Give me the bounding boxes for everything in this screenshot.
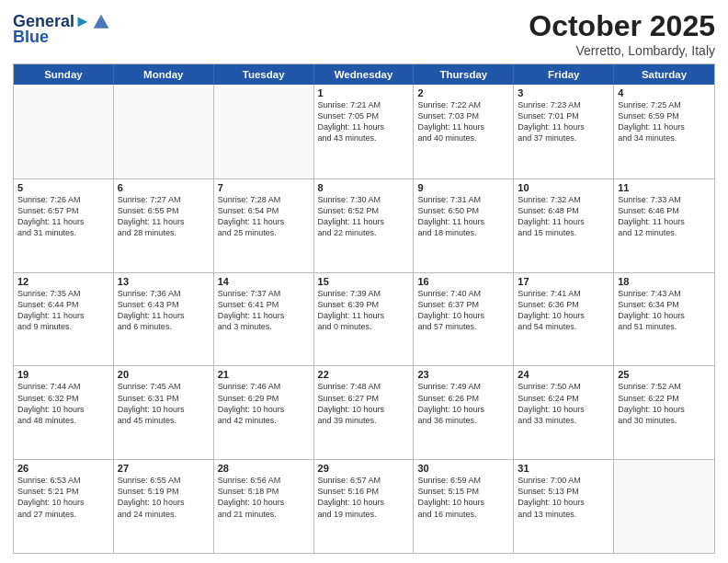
cell-line: Daylight: 11 hours xyxy=(318,121,410,132)
cell-line: Daylight: 11 hours xyxy=(17,216,109,227)
calendar-cell-1-3 xyxy=(214,85,314,178)
cell-line: and 15 minutes. xyxy=(518,227,609,238)
cell-line: Sunset: 6:52 PM xyxy=(318,205,410,216)
calendar-cell-4-2: 20Sunrise: 7:45 AMSunset: 6:31 PMDayligh… xyxy=(114,366,214,459)
cell-line: and 37 minutes. xyxy=(518,132,609,144)
cell-line: Sunset: 5:16 PM xyxy=(318,486,410,497)
calendar-cell-1-1 xyxy=(14,85,114,178)
cell-line: Daylight: 10 hours xyxy=(618,310,711,321)
cell-line: Sunset: 6:41 PM xyxy=(218,299,310,310)
cell-line: Sunrise: 6:59 AM xyxy=(417,475,509,486)
weekday-header-saturday: Saturday xyxy=(614,64,714,85)
cell-line: Sunrise: 7:31 AM xyxy=(417,194,509,205)
day-number: 8 xyxy=(318,182,410,193)
cell-line: Daylight: 10 hours xyxy=(218,404,310,415)
cell-line: Sunrise: 7:45 AM xyxy=(118,381,210,392)
cell-line: Sunrise: 7:23 AM xyxy=(518,99,609,110)
day-number: 6 xyxy=(118,182,210,193)
cell-line: Daylight: 11 hours xyxy=(417,216,509,227)
cell-line: and 19 minutes. xyxy=(318,509,410,520)
day-number: 10 xyxy=(518,182,609,193)
calendar-cell-4-7: 25Sunrise: 7:52 AMSunset: 6:22 PMDayligh… xyxy=(614,366,714,459)
svg-marker-0 xyxy=(94,15,109,29)
day-number: 30 xyxy=(417,463,509,474)
calendar-body: 1Sunrise: 7:21 AMSunset: 7:05 PMDaylight… xyxy=(14,85,714,553)
calendar-cell-2-2: 6Sunrise: 7:27 AMSunset: 6:55 PMDaylight… xyxy=(114,179,214,272)
calendar-cell-4-5: 23Sunrise: 7:49 AMSunset: 6:26 PMDayligh… xyxy=(414,366,514,459)
cell-line: and 27 minutes. xyxy=(17,509,109,520)
cell-line: and 54 minutes. xyxy=(518,321,609,332)
day-number: 25 xyxy=(618,369,711,380)
page: General► Blue October 2025 Verretto, Lom… xyxy=(0,0,728,563)
calendar-cell-3-3: 14Sunrise: 7:37 AMSunset: 6:41 PMDayligh… xyxy=(214,273,314,366)
cell-line: Daylight: 11 hours xyxy=(618,121,711,132)
cell-line: Daylight: 10 hours xyxy=(417,310,509,321)
month-title: October 2025 xyxy=(529,9,715,43)
cell-line: and 31 minutes. xyxy=(17,227,109,238)
cell-line: Sunset: 6:37 PM xyxy=(417,299,509,310)
cell-line: Sunset: 6:55 PM xyxy=(118,205,210,216)
cell-line: Daylight: 10 hours xyxy=(118,404,210,415)
cell-line: Sunset: 6:59 PM xyxy=(618,110,711,121)
cell-line: Sunrise: 7:33 AM xyxy=(618,194,711,205)
cell-line: and 40 minutes. xyxy=(417,132,509,144)
cell-line: and 18 minutes. xyxy=(417,227,509,238)
cell-line: Daylight: 11 hours xyxy=(118,216,210,227)
cell-line: Sunrise: 7:30 AM xyxy=(318,194,410,205)
calendar-cell-2-4: 8Sunrise: 7:30 AMSunset: 6:52 PMDaylight… xyxy=(314,179,415,272)
weekday-header-friday: Friday xyxy=(514,64,614,85)
cell-line: Sunset: 6:39 PM xyxy=(318,299,410,310)
cell-line: and 33 minutes. xyxy=(518,415,609,426)
calendar-cell-4-3: 21Sunrise: 7:46 AMSunset: 6:29 PMDayligh… xyxy=(214,366,314,459)
calendar-cell-3-4: 15Sunrise: 7:39 AMSunset: 6:39 PMDayligh… xyxy=(314,273,415,366)
cell-line: Daylight: 11 hours xyxy=(118,310,210,321)
cell-line: Sunrise: 7:48 AM xyxy=(318,381,410,392)
calendar-cell-3-1: 12Sunrise: 7:35 AMSunset: 6:44 PMDayligh… xyxy=(14,273,114,366)
cell-line: and 3 minutes. xyxy=(218,321,310,332)
cell-line: and 51 minutes. xyxy=(618,321,711,332)
day-number: 19 xyxy=(17,369,109,380)
cell-line: Daylight: 10 hours xyxy=(518,404,609,415)
logo-icon xyxy=(92,13,110,31)
cell-line: Sunset: 6:31 PM xyxy=(118,393,210,404)
day-number: 24 xyxy=(518,369,609,380)
day-number: 9 xyxy=(417,182,509,193)
cell-line: and 21 minutes. xyxy=(218,509,310,520)
cell-line: Sunset: 6:44 PM xyxy=(17,299,109,310)
calendar-header: SundayMondayTuesdayWednesdayThursdayFrid… xyxy=(14,64,714,85)
cell-line: Daylight: 11 hours xyxy=(618,216,711,227)
day-number: 1 xyxy=(318,87,410,98)
cell-line: Daylight: 11 hours xyxy=(417,121,509,132)
cell-line: Daylight: 10 hours xyxy=(417,497,509,508)
cell-line: Sunset: 5:18 PM xyxy=(218,486,310,497)
day-number: 11 xyxy=(618,182,711,193)
cell-line: Daylight: 10 hours xyxy=(518,497,609,508)
calendar-cell-2-6: 10Sunrise: 7:32 AMSunset: 6:48 PMDayligh… xyxy=(514,179,614,272)
cell-line: and 45 minutes. xyxy=(118,415,210,426)
cell-line: Daylight: 10 hours xyxy=(17,497,109,508)
calendar-cell-1-5: 2Sunrise: 7:22 AMSunset: 7:03 PMDaylight… xyxy=(414,85,514,178)
cell-line: Sunset: 6:43 PM xyxy=(118,299,210,310)
cell-line: Sunset: 6:29 PM xyxy=(218,393,310,404)
cell-line: Sunrise: 7:44 AM xyxy=(17,381,109,392)
weekday-header-monday: Monday xyxy=(114,64,214,85)
cell-line: Sunset: 5:21 PM xyxy=(17,486,109,497)
cell-line: Sunset: 6:27 PM xyxy=(318,393,410,404)
day-number: 23 xyxy=(417,369,509,380)
weekday-header-thursday: Thursday xyxy=(414,64,514,85)
cell-line: Sunset: 5:13 PM xyxy=(518,486,609,497)
cell-line: Daylight: 10 hours xyxy=(417,404,509,415)
calendar-cell-4-1: 19Sunrise: 7:44 AMSunset: 6:32 PMDayligh… xyxy=(14,366,114,459)
cell-line: Sunrise: 7:41 AM xyxy=(518,288,609,299)
day-number: 18 xyxy=(618,276,711,287)
cell-line: Sunset: 7:01 PM xyxy=(518,110,609,121)
calendar-cell-3-2: 13Sunrise: 7:36 AMSunset: 6:43 PMDayligh… xyxy=(114,273,214,366)
day-number: 4 xyxy=(618,87,711,98)
calendar-cell-1-4: 1Sunrise: 7:21 AMSunset: 7:05 PMDaylight… xyxy=(314,85,415,178)
calendar-cell-1-2 xyxy=(114,85,214,178)
cell-line: Sunrise: 7:39 AM xyxy=(318,288,410,299)
cell-line: Sunrise: 7:26 AM xyxy=(17,194,109,205)
cell-line: Daylight: 10 hours xyxy=(17,404,109,415)
day-number: 14 xyxy=(218,276,310,287)
day-number: 3 xyxy=(518,87,609,98)
